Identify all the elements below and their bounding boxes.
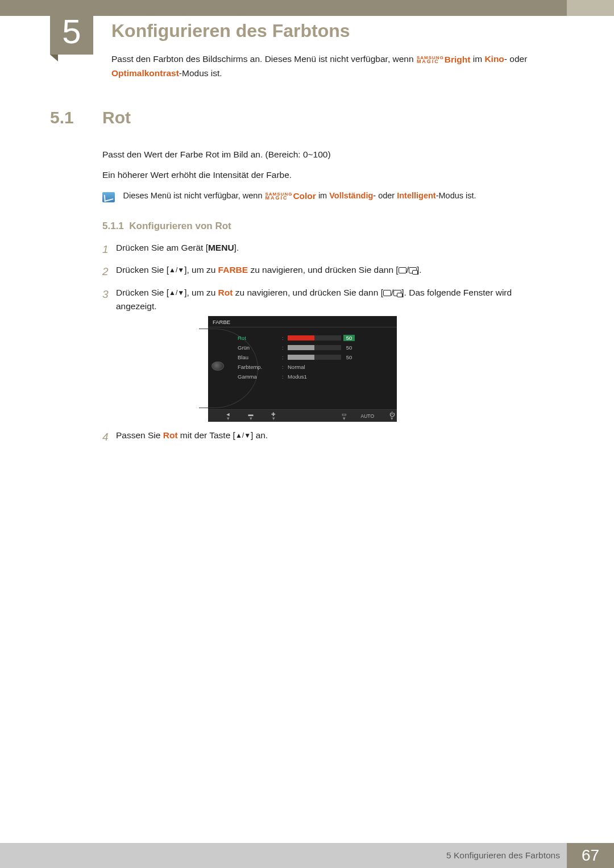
osd-title: FARBE	[208, 316, 397, 327]
osd-auto-label: AUTO	[361, 413, 374, 419]
intro-text-1: Passt den Farbton des Bildschirms an. Di…	[111, 54, 416, 64]
step-2: 2 Drücken Sie [▲/▼], um zu FARBE zu navi…	[102, 263, 546, 280]
paragraph-effect: Ein höherer Wert erhöht die Intensität d…	[102, 168, 546, 182]
chapter-number: 5	[62, 12, 81, 51]
subsection-title: Konfigurieren von Rot	[129, 221, 231, 231]
step-1: 1 Drücken Sie am Gerät [MENU].	[102, 241, 546, 258]
chapter-title: Konfigurieren des Farbtons	[111, 20, 350, 41]
osd-row-label: Gamma	[238, 373, 282, 380]
osd-row-label: Rot	[238, 335, 282, 341]
osd-row: Blau:50	[238, 352, 391, 362]
osd-slider	[288, 335, 341, 340]
section-title: Rot	[102, 108, 131, 127]
rot-item: Rot	[218, 288, 233, 297]
enter-alt-icon	[393, 290, 401, 296]
osd-row: Gamma:Modus1	[238, 372, 391, 381]
osd-rows: Rot:50Grün:50Blau:50Farbtemp.:NormalGamm…	[238, 333, 391, 381]
osd-screenshot: FARBE Rot:50Grün:50Blau:50Farbtemp.:Norm…	[208, 316, 397, 422]
up-down-icon: ▲/▼	[169, 266, 184, 274]
osd-row-label: Grün	[238, 344, 282, 351]
osd-row: Farbtemp.:Normal	[238, 362, 391, 372]
intelligent-mode: Intelligent	[397, 191, 435, 200]
step-3: 3 Drücken Sie [▲/▼], um zu Rot zu navigi…	[102, 286, 546, 313]
osd-row-label: Farbtemp.	[238, 364, 282, 370]
osd-value-text: Normal	[288, 364, 305, 370]
kino-mode: Kino	[484, 54, 504, 64]
up-down-icon: ▲/▼	[235, 431, 251, 439]
osd-plus-icon: ✚▾	[268, 412, 279, 420]
up-down-icon: ▲/▼	[169, 289, 184, 297]
osd-back-icon: ◄▾	[223, 412, 233, 420]
steps-list: 1 Drücken Sie am Gerät [MENU]. 2 Drücken…	[102, 241, 546, 319]
note-text: Dieses Menü ist nicht verfügbar, wenn SA…	[123, 191, 549, 201]
samsung-magic-logo: SAMSUNGMAGIC	[417, 56, 444, 64]
note-icon	[102, 192, 115, 202]
vollstaendig-mode: Vollständig	[329, 191, 373, 200]
osd-body: Rot:50Grün:50Blau:50Farbtemp.:NormalGamm…	[208, 327, 397, 409]
enter-alt-icon	[409, 267, 417, 273]
enter-icon	[399, 267, 406, 273]
osd-value: 50	[343, 344, 355, 351]
footer-page-number: 67	[567, 843, 614, 868]
osd-minus-icon: ▬▾	[246, 412, 256, 420]
osd-source-icon: ▭▾	[339, 412, 350, 420]
osd-row-label: Blau	[238, 354, 282, 360]
osd-row: Rot:50	[238, 333, 391, 343]
note-row: Dieses Menü ist nicht verfügbar, wenn SA…	[102, 191, 557, 202]
enter-icon	[383, 290, 391, 296]
magic-color-label: Color	[293, 191, 316, 201]
osd-value: 50	[343, 335, 355, 341]
subsection-heading: 5.1.1 Konfigurieren von Rot	[102, 221, 231, 232]
header-band-corner	[567, 0, 614, 16]
chapter-intro: Passt den Farbton des Bildschirms an. Di…	[111, 52, 544, 81]
menu-key: MENU	[208, 243, 234, 252]
osd-palette-icon	[211, 362, 224, 371]
chapter-fold-icon	[50, 55, 58, 61]
paragraph-range: Passt den Wert der Farbe Rot im Bild an.…	[102, 148, 546, 161]
osd-value-text: Modus1	[288, 373, 307, 380]
farbe-menu: FARBE	[218, 265, 248, 275]
section-number: 5.1	[50, 108, 74, 127]
osd-slider	[288, 355, 341, 360]
samsung-magic-logo: SAMSUNGMAGIC	[265, 193, 293, 200]
osd-row: Grün:50	[238, 343, 391, 352]
subsection-number: 5.1.1	[102, 221, 124, 231]
footer-chapter-label: 5 Konfigurieren des Farbtons	[446, 850, 560, 861]
chapter-number-box: 5	[50, 8, 93, 55]
osd-slider	[288, 345, 341, 350]
osd-power-icon: ⏻▾	[387, 412, 397, 420]
magic-bright-label: Bright	[445, 55, 471, 64]
osd-value: 50	[343, 354, 355, 360]
rot-item: Rot	[163, 430, 178, 440]
step-4: 4 Passen Sie Rot mit der Taste [▲/▼] an.	[102, 429, 546, 445]
optimalkontrast-mode: Optimalkontrast	[111, 68, 179, 78]
osd-nav-bar: ◄▾ ▬▾ ✚▾ ▭▾ AUTO ⏻▾	[208, 409, 397, 422]
footer-band: 5 Konfigurieren des Farbtons	[0, 843, 567, 868]
steps-continued: 4 Passen Sie Rot mit der Taste [▲/▼] an.	[102, 429, 546, 451]
